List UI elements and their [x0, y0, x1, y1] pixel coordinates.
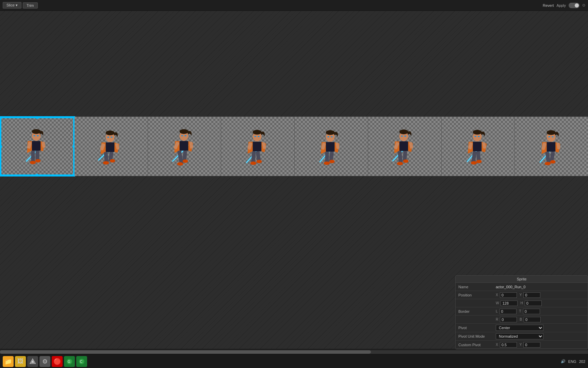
- svg-point-37: [177, 162, 183, 166]
- svg-rect-117: [552, 136, 553, 137]
- taskbar-language: ENG: [568, 359, 576, 364]
- svg-rect-80: [398, 151, 403, 163]
- taskbar-cmd-icon[interactable]: C: [76, 356, 87, 367]
- trim-button[interactable]: Trim: [23, 2, 38, 9]
- scrollbar-thumb[interactable]: [0, 350, 371, 354]
- svg-point-82: [397, 162, 403, 165]
- taskbar-folder-icon[interactable]: 📁: [3, 356, 14, 367]
- svg-rect-102: [478, 136, 479, 137]
- sprite-frame-7[interactable]: [515, 117, 588, 176]
- pivot-label: Pivot: [458, 326, 496, 330]
- svg-rect-92: [473, 142, 481, 151]
- name-label: Name: [458, 285, 496, 289]
- taskbar-time: 202: [579, 359, 585, 364]
- border-b-label: B: [520, 318, 522, 321]
- svg-rect-2: [32, 141, 41, 151]
- size-h-input[interactable]: [525, 301, 542, 306]
- character-sprite-4: [318, 125, 344, 174]
- slice-dropdown-button[interactable]: Slice ▾: [3, 2, 21, 9]
- svg-point-85: [399, 129, 408, 134]
- svg-rect-57: [258, 136, 259, 137]
- custom-pivot-y-label: Y: [520, 343, 522, 347]
- svg-point-70: [326, 130, 335, 135]
- border-row-rb: R B: [456, 316, 588, 324]
- scrollbar-track: [0, 350, 588, 354]
- pivot-unit-row: Pivot Unit Mode Normalized: [456, 332, 588, 341]
- sprite-strip: [0, 117, 588, 176]
- pos-x-input[interactable]: [500, 292, 517, 298]
- name-value: actor_000_Run_0: [496, 285, 585, 289]
- svg-point-40: [179, 129, 188, 134]
- taskbar-green-icon[interactable]: G: [64, 356, 75, 367]
- taskbar-photos-icon[interactable]: 🖼: [15, 356, 26, 367]
- handle-top-left[interactable]: [0, 117, 2, 119]
- svg-point-113: [550, 160, 555, 164]
- svg-rect-5: [31, 151, 35, 163]
- character-sprite-0: [24, 124, 50, 173]
- taskbar-red-icon[interactable]: 🔴: [52, 356, 63, 367]
- sprite-frame-5[interactable]: [368, 117, 442, 176]
- border-l-input[interactable]: [500, 309, 517, 314]
- svg-rect-71: [328, 136, 329, 137]
- handle-mid-left[interactable]: [0, 145, 2, 148]
- svg-rect-42: [184, 135, 186, 136]
- pos-y-input[interactable]: [523, 292, 540, 298]
- taskbar-network-icon: 🔊: [561, 359, 566, 364]
- custom-pivot-y-input[interactable]: [523, 342, 540, 348]
- svg-rect-87: [405, 136, 406, 137]
- svg-point-100: [473, 130, 481, 135]
- sprite-frame-1[interactable]: [75, 117, 148, 176]
- character-sprite-5: [392, 125, 418, 174]
- apply-button[interactable]: Apply: [556, 3, 566, 7]
- svg-rect-107: [546, 142, 555, 152]
- svg-point-23: [110, 159, 115, 163]
- size-w-input[interactable]: [501, 301, 518, 306]
- border-r-input[interactable]: [500, 317, 517, 322]
- sprite-frame-0[interactable]: [0, 117, 75, 176]
- svg-rect-11: [34, 135, 35, 136]
- svg-rect-41: [181, 135, 183, 136]
- pivot-unit-select[interactable]: Normalized: [496, 333, 543, 339]
- taskbar-gear-icon[interactable]: ⚙: [39, 356, 50, 367]
- pivot-row: Pivot Center: [456, 324, 588, 332]
- svg-point-52: [250, 162, 256, 165]
- taskbar-unity-icon[interactable]: [27, 356, 38, 367]
- svg-rect-47: [252, 142, 261, 151]
- pivot-select[interactable]: Center: [496, 325, 543, 331]
- svg-point-83: [403, 159, 409, 163]
- pivot-unit-label: Pivot Unit Mode: [458, 334, 496, 338]
- border-t-input[interactable]: [523, 309, 540, 314]
- character-sprite-7: [539, 125, 564, 174]
- handle-bottom-left[interactable]: [0, 174, 2, 176]
- svg-rect-116: [548, 136, 550, 137]
- slice-label: Slice: [6, 3, 15, 7]
- handle-top-mid[interactable]: [36, 117, 38, 119]
- toolbar: Slice ▾ Trim Revert Apply ⊙: [0, 0, 588, 11]
- border-row-lt: Border L T: [456, 307, 588, 316]
- custom-pivot-x-input[interactable]: [500, 342, 517, 348]
- svg-point-68: [329, 160, 335, 163]
- svg-point-8: [35, 159, 41, 163]
- svg-point-98: [476, 160, 481, 163]
- sprite-frame-2[interactable]: [148, 117, 222, 176]
- toggle-switch[interactable]: [569, 3, 579, 8]
- pos-y-label: Y: [520, 293, 522, 297]
- svg-text:G: G: [68, 360, 70, 364]
- sprite-frame-4[interactable]: [295, 117, 368, 176]
- svg-point-53: [256, 160, 262, 163]
- sprite-frame-3[interactable]: [221, 117, 295, 176]
- sprite-frame-6[interactable]: [442, 117, 515, 176]
- handle-bottom-mid[interactable]: [36, 174, 38, 176]
- border-label: Border: [458, 309, 496, 313]
- svg-point-10: [32, 129, 41, 134]
- border-l-label: L: [496, 309, 498, 313]
- character-sprite-2: [172, 125, 197, 174]
- svg-point-97: [471, 161, 477, 165]
- revert-button[interactable]: Revert: [543, 3, 554, 7]
- custom-pivot-label: Custom Pivot: [458, 343, 496, 347]
- svg-rect-65: [325, 152, 329, 163]
- border-b-input[interactable]: [524, 317, 541, 322]
- svg-point-38: [182, 159, 188, 163]
- svg-point-55: [252, 130, 261, 135]
- size-row: W H: [456, 299, 588, 307]
